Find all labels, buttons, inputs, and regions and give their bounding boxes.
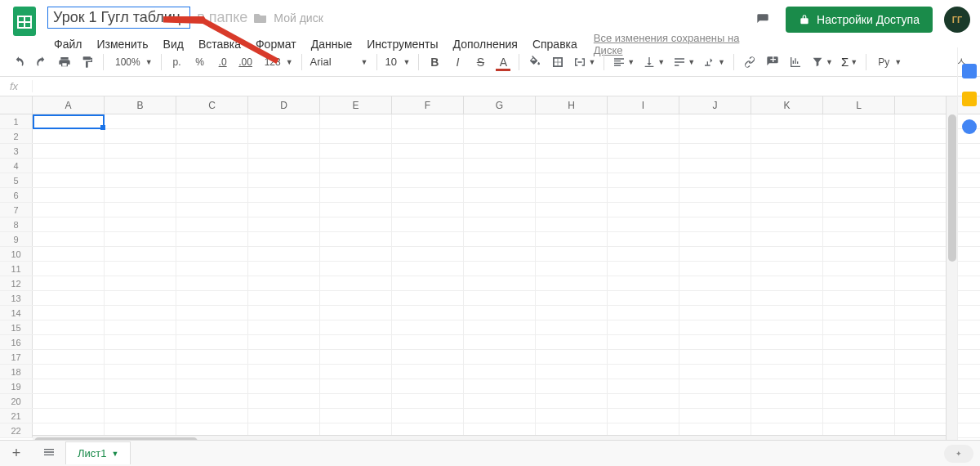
cell[interactable] — [33, 394, 105, 408]
row-header[interactable]: 2 — [0, 129, 33, 143]
cell[interactable] — [751, 291, 823, 305]
comments-button[interactable] — [751, 8, 774, 31]
cell[interactable] — [248, 379, 320, 393]
cell[interactable] — [176, 365, 248, 379]
cell[interactable] — [105, 365, 176, 379]
cell[interactable] — [105, 188, 176, 202]
cell[interactable] — [464, 379, 536, 393]
saved-status-link[interactable]: Все изменения сохранены на Диске — [594, 32, 751, 56]
cell[interactable] — [33, 350, 105, 364]
cell[interactable] — [392, 188, 464, 202]
cell[interactable] — [33, 262, 105, 276]
cell[interactable] — [320, 262, 392, 276]
cell[interactable] — [33, 247, 105, 261]
keep-addon-icon[interactable] — [962, 92, 977, 106]
row-header[interactable]: 17 — [0, 350, 33, 364]
cell[interactable] — [464, 350, 536, 364]
cell[interactable] — [105, 320, 176, 334]
document-title-input[interactable]: Урок 1 Гугл таблиц. — [47, 7, 190, 29]
cell[interactable] — [105, 394, 176, 408]
cell[interactable] — [105, 379, 176, 393]
cell[interactable] — [320, 306, 392, 320]
cell[interactable] — [392, 350, 464, 364]
cell[interactable] — [248, 173, 320, 187]
cell[interactable] — [751, 350, 823, 364]
cell[interactable] — [248, 159, 320, 173]
cell[interactable] — [608, 335, 679, 349]
cell[interactable] — [608, 394, 679, 408]
cell[interactable] — [176, 276, 248, 290]
column-header[interactable]: G — [464, 96, 536, 114]
cell[interactable] — [679, 203, 751, 217]
cell[interactable] — [679, 350, 751, 364]
cell[interactable] — [464, 365, 536, 379]
cell[interactable] — [823, 335, 895, 349]
cell[interactable] — [823, 188, 895, 202]
cell[interactable] — [608, 247, 679, 261]
cell[interactable] — [248, 129, 320, 143]
row-header[interactable]: 10 — [0, 247, 33, 261]
row-header[interactable]: 21 — [0, 409, 33, 423]
chart-button[interactable] — [785, 52, 806, 73]
cell[interactable] — [679, 159, 751, 173]
cell[interactable] — [679, 188, 751, 202]
cell[interactable] — [536, 365, 608, 379]
cell[interactable] — [464, 320, 536, 334]
cell[interactable] — [751, 365, 823, 379]
cell[interactable] — [679, 291, 751, 305]
cell[interactable] — [536, 409, 608, 423]
cell[interactable] — [176, 232, 248, 246]
cell[interactable] — [176, 379, 248, 393]
cell[interactable] — [248, 203, 320, 217]
row-header[interactable]: 15 — [0, 320, 33, 334]
cell[interactable] — [176, 291, 248, 305]
cell[interactable] — [751, 306, 823, 320]
cell[interactable] — [320, 335, 392, 349]
cell[interactable] — [608, 262, 679, 276]
cell[interactable] — [823, 291, 895, 305]
cell[interactable] — [248, 350, 320, 364]
row-header[interactable]: 20 — [0, 394, 33, 408]
cell[interactable] — [751, 217, 823, 231]
cell[interactable] — [392, 247, 464, 261]
filter-dropdown[interactable]: ▼ — [808, 56, 836, 69]
cell[interactable] — [823, 306, 895, 320]
cell[interactable] — [320, 350, 392, 364]
cell[interactable] — [464, 217, 536, 231]
cell[interactable] — [751, 262, 823, 276]
print-button[interactable] — [54, 52, 75, 73]
cell[interactable] — [105, 247, 176, 261]
cell[interactable] — [176, 144, 248, 158]
cell[interactable] — [176, 188, 248, 202]
cell[interactable] — [392, 262, 464, 276]
cell[interactable] — [392, 159, 464, 173]
column-header[interactable]: H — [536, 96, 608, 114]
fill-color-button[interactable] — [524, 52, 546, 73]
cell[interactable] — [33, 173, 105, 187]
cell[interactable] — [464, 129, 536, 143]
cell[interactable] — [176, 320, 248, 334]
row-header[interactable]: 12 — [0, 276, 33, 290]
cell[interactable] — [608, 365, 679, 379]
menu-insert[interactable]: Вставка — [192, 36, 247, 52]
paint-format-button[interactable] — [77, 52, 98, 73]
cell[interactable] — [105, 129, 176, 143]
cell[interactable] — [248, 409, 320, 423]
all-sheets-button[interactable] — [33, 446, 65, 461]
rotate-dropdown[interactable]: ▼ — [700, 56, 728, 69]
sheets-logo[interactable] — [10, 7, 39, 36]
cell[interactable] — [751, 129, 823, 143]
cell[interactable] — [608, 232, 679, 246]
cell[interactable] — [536, 129, 608, 143]
cell[interactable] — [464, 409, 536, 423]
zoom-dropdown[interactable]: 100%▼ — [109, 56, 156, 68]
cell[interactable] — [176, 217, 248, 231]
cell[interactable] — [176, 306, 248, 320]
cell[interactable] — [679, 394, 751, 408]
cell[interactable] — [33, 335, 105, 349]
cell[interactable] — [33, 276, 105, 290]
cell[interactable] — [751, 394, 823, 408]
cell[interactable] — [105, 232, 176, 246]
cell[interactable] — [176, 350, 248, 364]
cell[interactable] — [464, 306, 536, 320]
